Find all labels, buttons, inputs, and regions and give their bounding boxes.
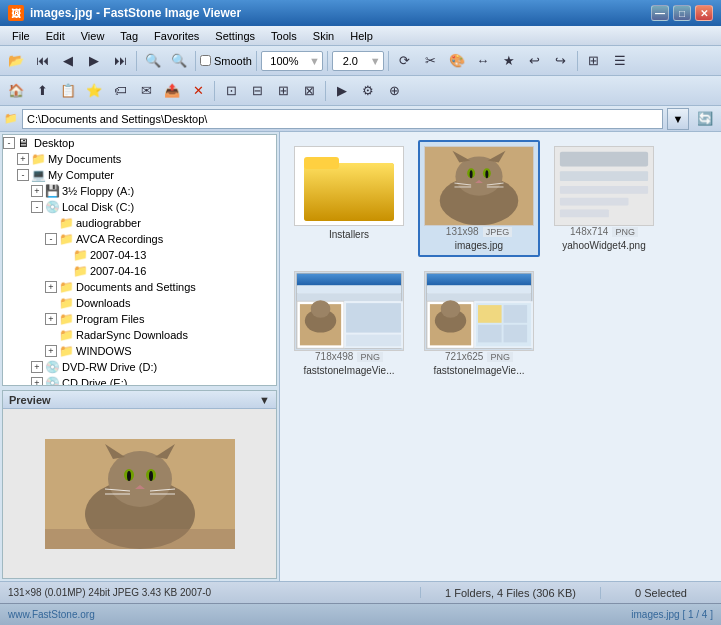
thumb-meta-fs2: 721x625 PNG xyxy=(445,351,513,362)
tb-view-list-btn[interactable]: ☰ xyxy=(608,49,632,73)
smooth-checkbox-group[interactable]: Smooth xyxy=(200,55,252,67)
tree-expand-desktop[interactable]: - xyxy=(3,137,15,149)
svg-rect-34 xyxy=(560,171,648,181)
tb-transform-button[interactable]: ⟳ xyxy=(393,49,417,73)
menu-settings[interactable]: Settings xyxy=(207,28,263,44)
zoom-level-input[interactable] xyxy=(333,55,368,67)
tb2-compare-button[interactable]: ⊠ xyxy=(297,79,321,103)
tb2-filmstrip-button[interactable]: ⊟ xyxy=(245,79,269,103)
tree-item-mydocs[interactable]: + 📁 My Documents xyxy=(3,151,276,167)
tree-expand-mydocs[interactable]: + xyxy=(17,153,29,165)
minimize-button[interactable]: — xyxy=(651,5,669,21)
svg-point-26 xyxy=(485,170,488,178)
tree-expand-docssettings[interactable]: + xyxy=(45,281,57,293)
tree-item-avca[interactable]: - 📁 AVCA Recordings xyxy=(3,231,276,247)
thumb-faststone2[interactable]: 721x625 PNG faststoneImageVie... xyxy=(418,265,540,382)
tb-zoom-in-button[interactable]: 🔍 xyxy=(141,49,165,73)
tree-item-dvdrw[interactable]: + 💿 DVD-RW Drive (D:) xyxy=(3,359,276,375)
tree-label-floppy: 3½ Floppy (A:) xyxy=(62,185,134,197)
svg-rect-37 xyxy=(560,210,609,218)
tb2-fullscreen-button[interactable]: ⊞ xyxy=(271,79,295,103)
tree-item-mycomputer[interactable]: - 💻 My Computer xyxy=(3,167,276,183)
tb2-delete-button[interactable]: ✕ xyxy=(186,79,210,103)
tree-item-desktop[interactable]: - 🖥 Desktop xyxy=(3,135,276,151)
tree-item-programfiles[interactable]: + 📁 Program Files xyxy=(3,311,276,327)
tb-back-button[interactable]: ◀ xyxy=(56,49,80,73)
tree-scroll[interactable]: - 🖥 Desktop + 📁 My Documents - 💻 My Comp… xyxy=(3,135,276,385)
zoom-percent-input[interactable] xyxy=(262,55,307,67)
preview-image xyxy=(45,439,235,549)
tb-last-button[interactable]: ⏭ xyxy=(108,49,132,73)
tb-redo-button[interactable]: ↪ xyxy=(549,49,573,73)
tree-label-dvdrw: DVD-RW Drive (D:) xyxy=(62,361,157,373)
thumbnail-panel[interactable]: Installers xyxy=(280,132,721,581)
menu-edit[interactable]: Edit xyxy=(38,28,73,44)
tree-expand-dvdrw[interactable]: + xyxy=(31,361,43,373)
menu-skin[interactable]: Skin xyxy=(305,28,342,44)
tb-undo-button[interactable]: ↩ xyxy=(523,49,547,73)
tb-view-mode-btn[interactable]: ⊞ xyxy=(582,49,606,73)
tb-open-folder-button[interactable]: 📂 xyxy=(4,49,28,73)
tree-item-date1[interactable]: 📁 2007-04-13 xyxy=(3,247,276,263)
thumb-yahoo-widget[interactable]: 148x714 PNG yahooWidget4.png xyxy=(548,140,660,257)
tb2-star-button[interactable]: ⭐ xyxy=(82,79,106,103)
menu-tools[interactable]: Tools xyxy=(263,28,305,44)
tree-item-downloads[interactable]: 📁 Downloads xyxy=(3,295,276,311)
tb2-copy-button[interactable]: 📋 xyxy=(56,79,80,103)
preview-dropdown[interactable]: ▼ xyxy=(259,394,270,406)
tb-zoom-out-button[interactable]: 🔍 xyxy=(167,49,191,73)
tree-item-audiograbber[interactable]: 📁 audiograbber xyxy=(3,215,276,231)
tb-color-button[interactable]: 🎨 xyxy=(445,49,469,73)
tree-expand-localdisk[interactable]: - xyxy=(31,201,43,213)
tb2-batch-button[interactable]: ⊕ xyxy=(382,79,406,103)
tb-effects-button[interactable]: ★ xyxy=(497,49,521,73)
tb-resize-button[interactable]: ↔ xyxy=(471,49,495,73)
tb-prev-button[interactable]: ⏮ xyxy=(30,49,54,73)
tree-label-cddrive: CD Drive (E:) xyxy=(62,377,127,385)
smooth-checkbox[interactable] xyxy=(200,55,211,66)
tree-item-localdisk[interactable]: - 💿 Local Disk (C:) xyxy=(3,199,276,215)
menu-help[interactable]: Help xyxy=(342,28,381,44)
tree-item-windows[interactable]: + 📁 WINDOWS xyxy=(3,343,276,359)
tree-expand-programfiles[interactable]: + xyxy=(45,313,57,325)
address-refresh-button[interactable]: 🔄 xyxy=(693,107,717,131)
thumb-meta-fs1: 718x498 PNG xyxy=(315,351,383,362)
tb-crop-button[interactable]: ✂ xyxy=(419,49,443,73)
menu-view[interactable]: View xyxy=(73,28,113,44)
tb-next-button[interactable]: ▶ xyxy=(82,49,106,73)
address-input[interactable] xyxy=(22,109,663,129)
tb2-up-button[interactable]: ⬆ xyxy=(30,79,54,103)
tb2-move-button[interactable]: 📤 xyxy=(160,79,184,103)
tree-expand-avca[interactable]: - xyxy=(45,233,57,245)
tree-item-docssettings[interactable]: + 📁 Documents and Settings xyxy=(3,279,276,295)
maximize-button[interactable]: □ xyxy=(673,5,691,21)
left-panel: - 🖥 Desktop + 📁 My Documents - 💻 My Comp… xyxy=(0,132,280,581)
menu-file[interactable]: File xyxy=(4,28,38,44)
svg-rect-33 xyxy=(560,152,648,167)
tree-item-radarsync[interactable]: 📁 RadarSync Downloads xyxy=(3,327,276,343)
tree-item-cddrive[interactable]: + 💿 CD Drive (E:) xyxy=(3,375,276,385)
tb2-email-button[interactable]: ✉ xyxy=(134,79,158,103)
tb2-thumbview-button[interactable]: ⊡ xyxy=(219,79,243,103)
svg-point-25 xyxy=(470,170,473,178)
menu-tag[interactable]: Tag xyxy=(112,28,146,44)
tb2-tag-button[interactable]: 🏷 xyxy=(108,79,132,103)
thumb-faststone1[interactable]: 718x498 PNG faststoneImageVie... xyxy=(288,265,410,382)
tree-expand-windows[interactable]: + xyxy=(45,345,57,357)
thumb-installers[interactable]: Installers xyxy=(288,140,410,257)
tree-item-floppy[interactable]: + 💾 3½ Floppy (A:) xyxy=(3,183,276,199)
close-button[interactable]: ✕ xyxy=(695,5,713,21)
tree-item-date2[interactable]: 📁 2007-04-16 xyxy=(3,263,276,279)
tb2-home-button[interactable]: 🏠 xyxy=(4,79,28,103)
svg-rect-48 xyxy=(346,303,401,332)
fs2-svg xyxy=(425,271,533,351)
tree-label-localdisk: Local Disk (C:) xyxy=(62,201,134,213)
tree-expand-floppy[interactable]: + xyxy=(31,185,43,197)
tb2-slideshow-button[interactable]: ▶ xyxy=(330,79,354,103)
tb2-settings2-button[interactable]: ⚙ xyxy=(356,79,380,103)
thumb-images-jpg[interactable]: 131x98 JPEG images.jpg xyxy=(418,140,540,257)
menu-favorites[interactable]: Favorites xyxy=(146,28,207,44)
tree-expand-mycomputer[interactable]: - xyxy=(17,169,29,181)
address-go-button[interactable]: ▼ xyxy=(667,108,689,130)
tree-expand-cddrive[interactable]: + xyxy=(31,377,43,385)
